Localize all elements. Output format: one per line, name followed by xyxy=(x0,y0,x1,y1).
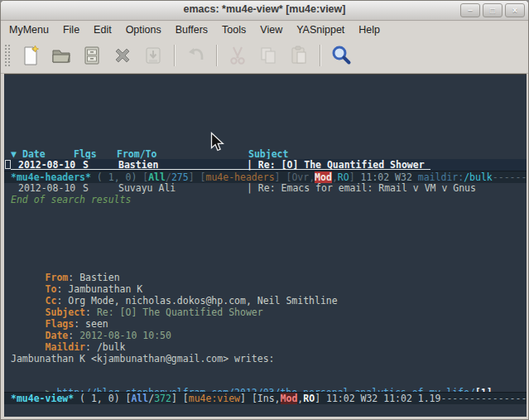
buffer-name: *mu4e-view* xyxy=(11,393,74,404)
close-button[interactable]: × xyxy=(505,3,525,17)
row-from: Suvayu Ali xyxy=(118,182,176,194)
new-file-icon xyxy=(19,44,42,67)
modeline-time: 11:02 W32 xyxy=(361,171,418,183)
sort-indicator-icon[interactable]: ▼ xyxy=(11,148,17,160)
minimize-button[interactable]: – xyxy=(460,3,480,17)
maildir-value: /bulk xyxy=(464,171,493,183)
message-count: 372 xyxy=(154,393,171,404)
menu-item-help[interactable]: Help xyxy=(358,24,380,36)
undo-button xyxy=(183,43,208,68)
toolbar-separator xyxy=(320,45,320,66)
new-file-button[interactable] xyxy=(18,43,43,68)
filter-all: All xyxy=(148,171,166,183)
toolbar-separator xyxy=(216,45,217,66)
titlebar[interactable]: emacs: *mu4e-view* [mu4e:view] – □ × xyxy=(1,1,528,21)
modeline-filler: ---------------- xyxy=(440,393,527,404)
column-subject[interactable]: Subject xyxy=(248,148,288,160)
window-title: emacs: *mu4e-view* [mu4e:view] xyxy=(1,3,528,15)
menu-item-buffers[interactable]: Buffers xyxy=(176,24,208,36)
column-flags[interactable]: Flgs xyxy=(74,148,97,160)
search-button[interactable] xyxy=(329,43,353,68)
message-row[interactable]: 2012-08-10 S Suvayu Ali | Re: Emacs for … xyxy=(4,182,527,194)
copy-icon xyxy=(257,44,280,67)
search-icon xyxy=(329,44,353,67)
directory-icon xyxy=(80,44,103,67)
headers-column-row: ▼ Date Flgs From/To Subject xyxy=(4,148,527,160)
paste-button xyxy=(286,43,311,68)
message-body-intro: Jambunathan K <kjambunathan@gmail.com> w… xyxy=(11,353,275,364)
directory-button[interactable] xyxy=(79,43,104,68)
message-header-to: To: Jambunathan K xyxy=(11,272,142,283)
window-controls: – □ × xyxy=(460,3,525,17)
end-of-search-results: End of search results xyxy=(11,194,131,205)
close-buffer-button[interactable] xyxy=(110,43,135,68)
maximize-button[interactable]: □ xyxy=(483,3,503,17)
toolbar xyxy=(1,38,528,74)
message-header-flags: Flags: seen xyxy=(11,307,108,318)
flag-readonly: RO xyxy=(338,171,349,183)
flag-modified: Mod xyxy=(281,393,298,404)
toolbar-drag-handle[interactable] xyxy=(4,44,11,67)
message-body-quote-line: > http://blog.stephenwolfram.com/2012/03… xyxy=(11,375,493,387)
message-header-date: Date: 2012-08-10 10:50 xyxy=(11,318,171,330)
mouse-cursor xyxy=(210,132,224,157)
menu-item-view[interactable]: View xyxy=(260,24,282,36)
save-icon xyxy=(142,44,165,67)
major-mode: mu4e-headers xyxy=(205,171,274,183)
echo-area[interactable] xyxy=(4,404,527,417)
flag-ins: Ins xyxy=(257,393,275,404)
cut-button xyxy=(225,43,250,68)
undo-icon xyxy=(184,44,207,67)
flag-readonly: RO xyxy=(303,393,315,404)
row-flags: S xyxy=(83,182,89,194)
modeline-time: 11:02 W32 11:02 1.19 xyxy=(326,393,440,404)
buffer-name: *mu4e-headers* xyxy=(11,171,91,183)
menu-item-yasnippet[interactable]: YASnippet xyxy=(296,24,344,36)
menu-item-tools[interactable]: Tools xyxy=(222,24,246,36)
minimize-icon: – xyxy=(468,6,473,15)
flag-ovr: Ovr xyxy=(291,171,309,183)
maildir-label: maildir: xyxy=(418,171,464,183)
column-date[interactable]: Date xyxy=(22,148,46,160)
message-header-cc: Cc: Org Mode, nicholas.dokos@hp.com, Nei… xyxy=(11,283,338,295)
row-date: 2012-08-10 xyxy=(18,182,75,194)
cut-icon xyxy=(226,44,249,67)
major-mode: mu4e:view xyxy=(189,393,240,404)
toolbar-separator xyxy=(174,45,175,66)
column-from[interactable]: From/To xyxy=(117,148,156,160)
open-file-button[interactable] xyxy=(49,43,74,68)
menu-bar: MyMenu File Edit Options Buffers Tools V… xyxy=(1,22,528,38)
message-header-subject: Subject: Re: [O] The Quantified Shower xyxy=(11,295,263,307)
menu-item-edit[interactable]: Edit xyxy=(94,24,112,36)
maximize-icon: □ xyxy=(490,6,495,15)
menu-item-mymenu[interactable]: MyMenu xyxy=(9,24,49,36)
row-subject: | Re: Emacs for email: Rmail v VM v Gnus xyxy=(247,182,476,194)
message-header-from: From: Bastien xyxy=(11,260,120,272)
emacs-frame-content: ▼ Date Flgs From/To Subject 2012-08-10 S… xyxy=(4,74,527,417)
row-from: Bastien xyxy=(118,159,158,171)
cursor-position: ( 1, 0) xyxy=(91,171,142,183)
emacs-window: emacs: *mu4e-view* [mu4e:view] – □ × MyM… xyxy=(0,0,529,420)
message-row-selected[interactable]: 2012-08-10 S Bastien | Re: [O] The Quant… xyxy=(4,159,527,171)
save-button xyxy=(141,43,166,68)
modeline-view: *mu4e-view* ( 1, 0) [ All / 372 ] [ mu4e… xyxy=(4,392,527,404)
row-flags: S xyxy=(83,159,89,171)
menu-item-options[interactable]: Options xyxy=(126,24,161,36)
paste-icon xyxy=(287,44,310,67)
modeline-filler: -------- xyxy=(493,171,527,183)
close-buffer-icon xyxy=(111,44,134,67)
close-icon: × xyxy=(512,6,517,15)
message-header-maildir: Maildir: /bulk xyxy=(11,330,126,341)
flag-modified: Mod xyxy=(315,171,332,183)
cursor-position: ( 1, 0) xyxy=(74,393,125,404)
modeline-headers: *mu4e-headers* ( 1, 0) [ All / 275 ] [ m… xyxy=(4,171,527,183)
message-count: 275 xyxy=(171,171,189,183)
row-date: 2012-08-10 xyxy=(18,159,75,171)
menu-item-file[interactable]: File xyxy=(63,24,79,36)
open-file-icon xyxy=(50,44,73,67)
row-subject: | Re: [O] The Quantified Shower xyxy=(247,159,425,171)
filter-all: All xyxy=(131,393,148,404)
copy-button xyxy=(256,43,281,68)
